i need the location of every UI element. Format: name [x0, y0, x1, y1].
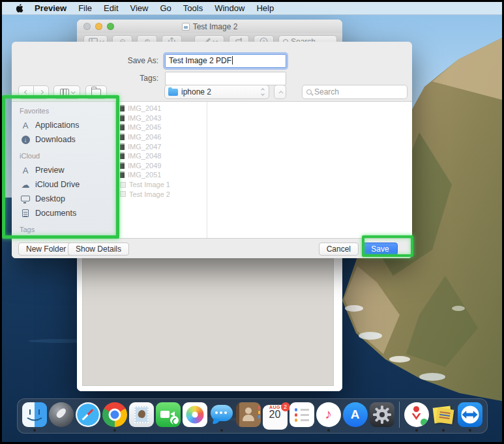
photo-thumbnail-icon [120, 153, 125, 159]
photo-thumbnail-icon [120, 105, 125, 111]
desktop: Test Image 2 – + A [2, 2, 502, 442]
menu-item-tools[interactable]: Tools [177, 2, 209, 15]
menu-item-file[interactable]: File [72, 2, 98, 15]
photo-thumbnail-icon [120, 171, 125, 178]
tags-input[interactable] [165, 72, 286, 85]
tags-label: Tags: [12, 72, 158, 85]
document-thumbnail-icon [120, 182, 126, 188]
dock-safari-icon[interactable] [76, 402, 100, 427]
photo-thumbnail-icon [120, 143, 125, 150]
file-row[interactable]: IMG_2047 [116, 141, 207, 151]
cancel-button[interactable]: Cancel [319, 243, 359, 256]
file-list-column: IMG_2041 IMG_2043 IMG_2045 IMG_2046 IMG_… [116, 102, 207, 238]
dock-separator [399, 402, 400, 428]
chevron-down-icon [70, 89, 75, 94]
show-details-button[interactable]: Show Details [68, 243, 129, 256]
file-row[interactable]: Test Image 1 [116, 180, 207, 190]
dock-calendar-icon[interactable]: AUG 20 2 [263, 402, 288, 427]
location-value: iphone 2 [181, 87, 211, 96]
apple-menu[interactable] [10, 3, 29, 13]
menu-item-window[interactable]: Window [209, 2, 250, 15]
dock-teamviewer-icon[interactable] [458, 402, 482, 427]
file-row[interactable]: Test Image 2 [116, 189, 207, 199]
menu-bar: Preview File Edit View Go Tools Window H… [2, 2, 502, 15]
dock-stickies-icon[interactable] [431, 402, 456, 427]
chevron-left-icon [23, 90, 28, 95]
apple-icon [15, 3, 23, 13]
annotation-box-save [362, 235, 413, 257]
annotation-box-sidebar [2, 95, 119, 239]
close-button[interactable] [83, 23, 91, 30]
dock-chrome-icon[interactable] [102, 402, 127, 427]
file-row[interactable]: IMG_2051 [116, 170, 207, 180]
dock-messages-icon[interactable] [209, 402, 234, 427]
chevron-right-icon [38, 90, 43, 95]
notification-badge: 2 [281, 402, 290, 411]
dock-support-app-icon[interactable] [404, 402, 429, 427]
menu-item-help[interactable]: Help [250, 2, 280, 15]
screenshot-frame: Test Image 2 – + A [0, 0, 504, 444]
photo-thumbnail-icon [120, 162, 125, 169]
dock-music-icon[interactable]: ♪ [316, 402, 341, 427]
new-folder-button[interactable]: New Folder [18, 243, 74, 256]
dialog-search-placeholder: Search [314, 87, 339, 96]
chevron-up-icon [278, 91, 283, 95]
file-row[interactable]: IMG_2045 [116, 123, 207, 132]
dialog-footer: New Folder Show Details Cancel Save [12, 239, 412, 258]
menu-item-view[interactable]: View [125, 2, 155, 15]
search-icon [306, 89, 312, 95]
dialog-search-input[interactable]: Search [302, 85, 408, 99]
save-as-label: Save As: [12, 54, 158, 68]
file-row[interactable]: IMG_2049 [116, 161, 207, 171]
file-row[interactable]: IMG_2041 [116, 104, 207, 113]
traffic-lights [83, 23, 114, 30]
dock-system-preferences-icon[interactable] [370, 402, 394, 427]
file-row[interactable]: IMG_2046 [116, 132, 207, 142]
location-popup[interactable]: iphone 2 [164, 85, 269, 99]
window-titlebar[interactable]: Test Image 2 [77, 20, 342, 33]
dock: AUG 20 2 ♪ A [17, 398, 488, 434]
window-title: Test Image 2 [193, 22, 238, 31]
dock-app-store-icon[interactable]: A [343, 402, 368, 427]
photo-thumbnail-icon [120, 115, 125, 121]
popup-stepper-icon [261, 89, 265, 95]
file-row[interactable]: IMG_2043 [116, 113, 207, 123]
minimize-button[interactable] [95, 23, 102, 30]
menu-item-edit[interactable]: Edit [98, 2, 124, 15]
folder-icon [168, 89, 178, 96]
preview-column [207, 102, 412, 238]
menu-item-go[interactable]: Go [154, 2, 177, 15]
photo-thumbnail-icon [120, 134, 125, 140]
text-caret [232, 56, 233, 65]
dock-reminders-icon[interactable] [289, 402, 314, 427]
document-thumbnail-icon [120, 191, 126, 197]
save-as-input[interactable]: Test Image 2 PDF [165, 54, 286, 68]
dock-launchpad-icon[interactable] [49, 402, 74, 427]
window-title-group: Test Image 2 [182, 22, 238, 31]
collapse-button[interactable] [274, 85, 286, 99]
document-proxy-icon [182, 23, 190, 31]
dock-finder-icon[interactable] [22, 402, 47, 427]
zoom-button[interactable] [107, 23, 114, 30]
menu-item-app[interactable]: Preview [29, 2, 72, 15]
photo-thumbnail-icon [120, 124, 125, 130]
dock-facetime-icon[interactable] [156, 402, 181, 427]
dock-contacts-icon[interactable] [236, 402, 261, 427]
dock-mail-icon[interactable] [129, 402, 154, 427]
file-row[interactable]: IMG_2048 [116, 151, 207, 161]
dock-photos-icon[interactable] [183, 402, 207, 427]
